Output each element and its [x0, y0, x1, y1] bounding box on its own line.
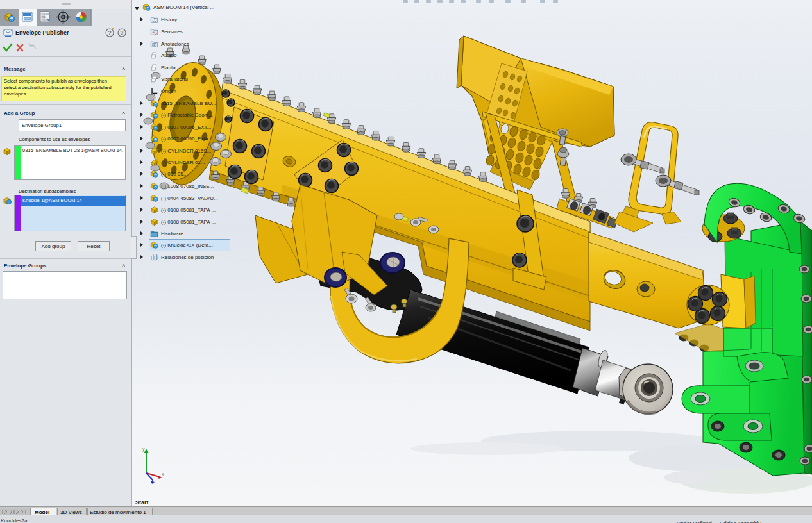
svg-text:x: x: [162, 472, 164, 476]
svg-text:y: y: [142, 447, 145, 452]
svg-text:A: A: [153, 44, 156, 47]
svg-text:?: ?: [120, 29, 124, 36]
svg-text:?: ?: [108, 29, 112, 36]
